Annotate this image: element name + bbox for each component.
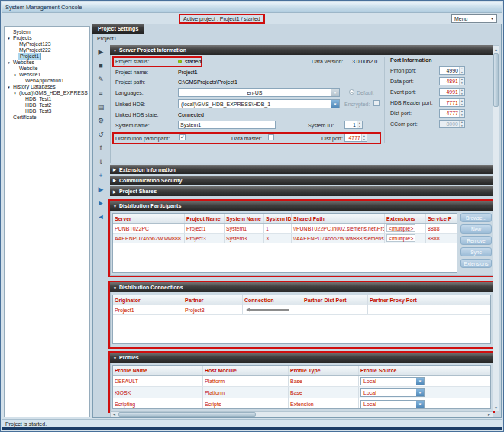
scroll-right-icon[interactable]: ► [486,412,493,417]
toolbar-stop-button[interactable]: ■ [96,60,106,70]
spin-down-icon[interactable]: ▾ [362,138,367,142]
column-header-service-port[interactable]: Service P [426,214,457,223]
column-header-profile-name[interactable]: Profile Name [113,366,203,375]
column-header-profile-type[interactable]: Profile Type [289,366,359,375]
column-header-system-name[interactable]: System Name [225,214,264,223]
spin-down-icon[interactable]: ▾ [460,114,464,118]
column-header-partner[interactable]: Partner [183,295,243,305]
tab-project-settings[interactable]: Project Settings [92,24,144,34]
toolbar-edit-button[interactable]: ✎ [96,74,106,84]
spin-down-icon[interactable]: ▾ [357,125,362,129]
section-header-profiles[interactable]: ▼ Profiles [110,353,493,363]
dist-port-info-spinner[interactable]: 4777▴▾ [439,109,465,118]
data-port-spinner[interactable]: 4891▴▾ [439,77,465,85]
languages-combobox[interactable]: en-US ▼ [178,88,340,97]
toolbar-export-button[interactable]: ⇓ [96,156,106,166]
toolbar-settings-button[interactable]: ⚙ [96,115,106,125]
column-header-project-name[interactable]: Project Name [185,214,225,223]
extensions-dropdown[interactable]: <multiple> [386,224,415,232]
column-header-profile-source[interactable]: Profile Source [359,366,490,375]
table-row[interactable]: AAEENPU746562W.ww888 Project3 System3 3 … [113,234,457,243]
section-header-extension-information[interactable]: ▶ Extension Information [110,165,493,174]
toolbar-back-button[interactable]: ◄ [96,211,106,221]
toolbar-list-button[interactable]: ≡ [96,88,106,98]
system-name-input[interactable]: System1 [178,121,276,129]
section-header-communication-security[interactable]: ▶ Communication Security [110,176,493,185]
hdb-reader-port-spinner[interactable]: 7771▴▾ [439,98,465,107]
tree-item-website[interactable]: Website [5,66,89,72]
remove-button[interactable]: Remove [460,236,492,245]
scroll-left-icon[interactable]: ◄ [111,412,118,417]
tree-item-webapplication1[interactable]: WebApplication1 [5,78,89,84]
system-id-spinner[interactable]: 1 ▴▾ [344,121,363,129]
column-header-server[interactable]: Server [113,214,185,223]
spin-down-icon[interactable]: ▾ [460,71,464,75]
default-radio[interactable] [349,89,354,95]
menu-dropdown[interactable]: Menu ▼ [451,14,497,23]
expander-icon[interactable]: ▾ [12,72,18,78]
section-header-project-shares[interactable]: ▶ Project Shares [110,186,493,196]
profile-source-combobox[interactable]: Local▼ [360,377,425,385]
table-row[interactable]: DEFAULT Platform Base Local▼ [113,376,490,387]
scroll-up-icon[interactable]: ▲ [493,46,499,53]
column-header-system-id[interactable]: System ID [264,214,292,223]
scrollbar-thumb[interactable] [118,412,256,417]
tree-item-local-gms-hdb-express[interactable]: ▾(local)\GMS_HDB_EXPRESS [5,90,89,96]
toolbar-start-button[interactable]: ▶ [96,47,106,56]
column-header-partner-dist-port[interactable]: Partner Dist Port [302,295,368,305]
browse-button[interactable]: Browse... [460,213,492,222]
toolbar-forward-button[interactable]: ► [96,198,106,208]
tree-item-hdb-test3[interactable]: HDB_Test3 [5,108,89,114]
section-header-distribution-connections[interactable]: ▼ Distribution Connections [110,282,493,292]
column-header-originator[interactable]: Originator [113,295,183,305]
expander-icon[interactable]: ▾ [12,90,18,96]
vertical-scrollbar[interactable]: ▲ ▼ [493,45,499,411]
new-button[interactable]: New [460,224,492,234]
section-header-distribution-participants[interactable]: ▼ Distribution Participants [110,201,493,211]
event-port-spinner[interactable]: 4991▴▾ [439,88,465,96]
profile-source-combobox[interactable]: Local▼ [360,388,425,397]
table-row[interactable]: Scripting Scripts Extension Local▼ [113,398,490,409]
scroll-down-icon[interactable]: ▼ [493,404,499,411]
tree-item-myproject123[interactable]: MyProject123 [5,41,89,47]
toolbar-save-button[interactable]: ▤ [96,102,106,111]
dist-port-spinner[interactable]: 4777 ▴▾ [344,134,367,142]
table-row[interactable]: PUNBT022PC Project1 System1 1 \\PUNBT022… [113,224,457,234]
horizontal-scrollbar[interactable]: ◄ ► [110,411,493,417]
extensions-button[interactable]: Extensions [460,259,492,268]
toolbar-import-button[interactable]: ⇑ [96,143,106,153]
tree-item-websites[interactable]: ▾Websites [5,60,89,66]
column-header-extensions[interactable]: Extensions [385,214,426,223]
extensions-dropdown[interactable]: <multiple> [386,234,415,242]
spin-down-icon[interactable]: ▾ [460,82,464,85]
tree-item-website1[interactable]: ▾Website1 [5,72,89,78]
section-header-server-project-information[interactable]: ▼ Server Project Information [110,45,493,55]
toolbar-restore-button[interactable]: ↺ [96,129,106,139]
column-header-shared-path[interactable]: Shared Path [292,214,385,223]
scrollbar-thumb[interactable] [493,53,499,107]
tree-item-system[interactable]: System [5,29,89,35]
expander-icon[interactable]: ▾ [6,35,11,41]
sync-button[interactable]: Sync [460,247,492,256]
distribution-participant-checkbox[interactable]: ✓ [179,134,186,140]
data-master-checkbox[interactable] [268,134,274,140]
tree-item-hdb-test1[interactable]: HDB_Test1 [5,96,89,102]
column-header-partner-proxy-port[interactable]: Partner Proxy Port [368,295,490,305]
tree-item-projects[interactable]: ▾Projects [5,35,89,41]
column-header-connection[interactable]: Connection [243,295,302,305]
toolbar-activate-button[interactable]: ▶ [96,184,106,194]
tree-item-history-databases[interactable]: ▾History Databases [5,84,89,90]
toolbar-add-button[interactable]: + [96,170,106,180]
profile-source-combobox[interactable]: Local▼ [360,400,425,408]
spin-down-icon[interactable]: ▾ [460,92,464,96]
tree-item-project1[interactable]: Project1 [5,53,89,60]
expander-icon[interactable]: ▾ [6,60,11,66]
table-row[interactable]: Project1 Project3 [113,305,490,315]
expander-icon[interactable]: ▾ [6,84,11,90]
linked-hdb-combobox[interactable]: (local)\GMS_HDB_EXPRESS\HDB_1 ▼ [178,99,340,108]
pmon-port-spinner[interactable]: 4990▴▾ [439,66,465,75]
spin-down-icon[interactable]: ▾ [460,103,464,107]
table-row[interactable]: KIOSK Platform Base Local▼ [113,387,490,398]
tree-item-hdb-test2[interactable]: HDB_Test2 [5,102,89,108]
encrypted-checkbox[interactable] [373,100,380,106]
